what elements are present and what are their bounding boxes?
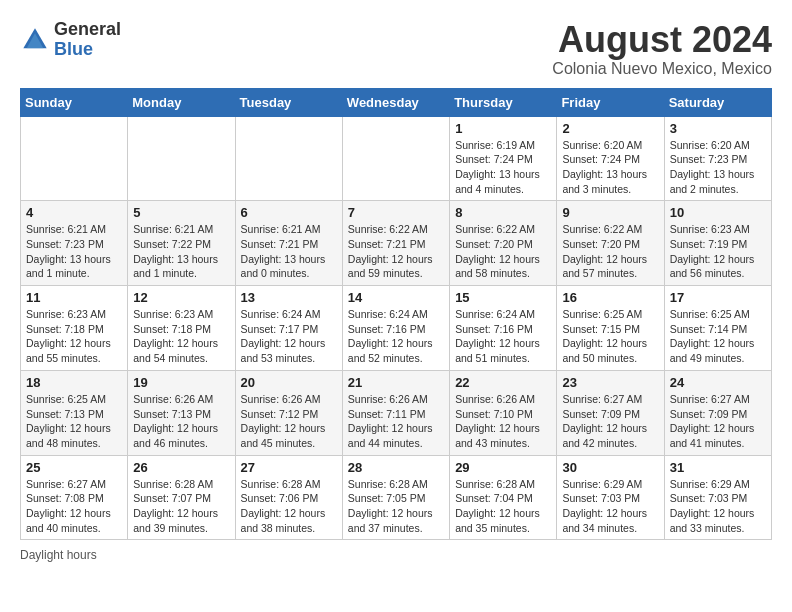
day-info: Sunrise: 6:28 AM Sunset: 7:05 PM Dayligh… (348, 477, 444, 536)
calendar-cell: 6Sunrise: 6:21 AM Sunset: 7:21 PM Daylig… (235, 201, 342, 286)
day-info: Sunrise: 6:21 AM Sunset: 7:23 PM Dayligh… (26, 222, 122, 281)
day-number: 17 (670, 290, 766, 305)
day-number: 10 (670, 205, 766, 220)
day-info: Sunrise: 6:23 AM Sunset: 7:19 PM Dayligh… (670, 222, 766, 281)
day-info: Sunrise: 6:25 AM Sunset: 7:14 PM Dayligh… (670, 307, 766, 366)
day-info: Sunrise: 6:27 AM Sunset: 7:09 PM Dayligh… (562, 392, 658, 451)
day-info: Sunrise: 6:27 AM Sunset: 7:09 PM Dayligh… (670, 392, 766, 451)
day-of-week-header: Wednesday (342, 88, 449, 116)
logo-general: General (54, 19, 121, 39)
day-info: Sunrise: 6:25 AM Sunset: 7:15 PM Dayligh… (562, 307, 658, 366)
logo-text: General Blue (54, 20, 121, 60)
day-info: Sunrise: 6:20 AM Sunset: 7:23 PM Dayligh… (670, 138, 766, 197)
day-number: 12 (133, 290, 229, 305)
calendar-cell (342, 116, 449, 201)
day-number: 23 (562, 375, 658, 390)
calendar-cell: 19Sunrise: 6:26 AM Sunset: 7:13 PM Dayli… (128, 370, 235, 455)
calendar-cell (235, 116, 342, 201)
day-number: 25 (26, 460, 122, 475)
day-of-week-header: Saturday (664, 88, 771, 116)
day-number: 27 (241, 460, 337, 475)
day-number: 6 (241, 205, 337, 220)
day-of-week-header: Sunday (21, 88, 128, 116)
day-number: 9 (562, 205, 658, 220)
calendar-cell: 4Sunrise: 6:21 AM Sunset: 7:23 PM Daylig… (21, 201, 128, 286)
calendar-cell (21, 116, 128, 201)
day-number: 24 (670, 375, 766, 390)
day-number: 4 (26, 205, 122, 220)
day-number: 30 (562, 460, 658, 475)
day-info: Sunrise: 6:28 AM Sunset: 7:07 PM Dayligh… (133, 477, 229, 536)
calendar-cell: 29Sunrise: 6:28 AM Sunset: 7:04 PM Dayli… (450, 455, 557, 540)
calendar-cell: 7Sunrise: 6:22 AM Sunset: 7:21 PM Daylig… (342, 201, 449, 286)
day-info: Sunrise: 6:26 AM Sunset: 7:13 PM Dayligh… (133, 392, 229, 451)
logo-blue: Blue (54, 39, 93, 59)
day-number: 18 (26, 375, 122, 390)
calendar-cell: 10Sunrise: 6:23 AM Sunset: 7:19 PM Dayli… (664, 201, 771, 286)
day-info: Sunrise: 6:29 AM Sunset: 7:03 PM Dayligh… (670, 477, 766, 536)
day-number: 16 (562, 290, 658, 305)
calendar-cell: 30Sunrise: 6:29 AM Sunset: 7:03 PM Dayli… (557, 455, 664, 540)
day-info: Sunrise: 6:21 AM Sunset: 7:22 PM Dayligh… (133, 222, 229, 281)
calendar-cell: 17Sunrise: 6:25 AM Sunset: 7:14 PM Dayli… (664, 286, 771, 371)
day-info: Sunrise: 6:24 AM Sunset: 7:16 PM Dayligh… (455, 307, 551, 366)
day-number: 7 (348, 205, 444, 220)
calendar-week-row: 18Sunrise: 6:25 AM Sunset: 7:13 PM Dayli… (21, 370, 772, 455)
day-number: 19 (133, 375, 229, 390)
month-year: August 2024 (552, 20, 772, 60)
calendar-cell: 23Sunrise: 6:27 AM Sunset: 7:09 PM Dayli… (557, 370, 664, 455)
calendar-cell (128, 116, 235, 201)
daylight-label: Daylight hours (20, 548, 97, 562)
calendar-cell: 12Sunrise: 6:23 AM Sunset: 7:18 PM Dayli… (128, 286, 235, 371)
day-info: Sunrise: 6:24 AM Sunset: 7:16 PM Dayligh… (348, 307, 444, 366)
calendar-week-row: 25Sunrise: 6:27 AM Sunset: 7:08 PM Dayli… (21, 455, 772, 540)
day-number: 29 (455, 460, 551, 475)
day-number: 13 (241, 290, 337, 305)
day-number: 28 (348, 460, 444, 475)
day-number: 22 (455, 375, 551, 390)
day-of-week-header: Thursday (450, 88, 557, 116)
day-info: Sunrise: 6:26 AM Sunset: 7:11 PM Dayligh… (348, 392, 444, 451)
page-header: General Blue August 2024 Colonia Nuevo M… (20, 20, 772, 78)
title-section: August 2024 Colonia Nuevo Mexico, Mexico (552, 20, 772, 78)
calendar-cell: 26Sunrise: 6:28 AM Sunset: 7:07 PM Dayli… (128, 455, 235, 540)
calendar-cell: 28Sunrise: 6:28 AM Sunset: 7:05 PM Dayli… (342, 455, 449, 540)
day-number: 20 (241, 375, 337, 390)
logo: General Blue (20, 20, 121, 60)
calendar-week-row: 11Sunrise: 6:23 AM Sunset: 7:18 PM Dayli… (21, 286, 772, 371)
calendar-cell: 5Sunrise: 6:21 AM Sunset: 7:22 PM Daylig… (128, 201, 235, 286)
calendar-cell: 16Sunrise: 6:25 AM Sunset: 7:15 PM Dayli… (557, 286, 664, 371)
logo-icon (20, 25, 50, 55)
calendar-cell: 15Sunrise: 6:24 AM Sunset: 7:16 PM Dayli… (450, 286, 557, 371)
day-number: 1 (455, 121, 551, 136)
day-info: Sunrise: 6:29 AM Sunset: 7:03 PM Dayligh… (562, 477, 658, 536)
calendar-week-row: 4Sunrise: 6:21 AM Sunset: 7:23 PM Daylig… (21, 201, 772, 286)
calendar-cell: 20Sunrise: 6:26 AM Sunset: 7:12 PM Dayli… (235, 370, 342, 455)
day-info: Sunrise: 6:22 AM Sunset: 7:20 PM Dayligh… (562, 222, 658, 281)
day-number: 8 (455, 205, 551, 220)
calendar-cell: 14Sunrise: 6:24 AM Sunset: 7:16 PM Dayli… (342, 286, 449, 371)
day-info: Sunrise: 6:24 AM Sunset: 7:17 PM Dayligh… (241, 307, 337, 366)
calendar-cell: 2Sunrise: 6:20 AM Sunset: 7:24 PM Daylig… (557, 116, 664, 201)
day-info: Sunrise: 6:20 AM Sunset: 7:24 PM Dayligh… (562, 138, 658, 197)
calendar-cell: 27Sunrise: 6:28 AM Sunset: 7:06 PM Dayli… (235, 455, 342, 540)
location: Colonia Nuevo Mexico, Mexico (552, 60, 772, 78)
calendar-cell: 1Sunrise: 6:19 AM Sunset: 7:24 PM Daylig… (450, 116, 557, 201)
calendar-cell: 24Sunrise: 6:27 AM Sunset: 7:09 PM Dayli… (664, 370, 771, 455)
calendar-cell: 21Sunrise: 6:26 AM Sunset: 7:11 PM Dayli… (342, 370, 449, 455)
calendar-cell: 8Sunrise: 6:22 AM Sunset: 7:20 PM Daylig… (450, 201, 557, 286)
day-info: Sunrise: 6:26 AM Sunset: 7:10 PM Dayligh… (455, 392, 551, 451)
calendar-cell: 3Sunrise: 6:20 AM Sunset: 7:23 PM Daylig… (664, 116, 771, 201)
day-number: 15 (455, 290, 551, 305)
day-info: Sunrise: 6:19 AM Sunset: 7:24 PM Dayligh… (455, 138, 551, 197)
day-info: Sunrise: 6:22 AM Sunset: 7:20 PM Dayligh… (455, 222, 551, 281)
day-info: Sunrise: 6:27 AM Sunset: 7:08 PM Dayligh… (26, 477, 122, 536)
calendar-week-row: 1Sunrise: 6:19 AM Sunset: 7:24 PM Daylig… (21, 116, 772, 201)
calendar-cell: 31Sunrise: 6:29 AM Sunset: 7:03 PM Dayli… (664, 455, 771, 540)
calendar-cell: 9Sunrise: 6:22 AM Sunset: 7:20 PM Daylig… (557, 201, 664, 286)
day-number: 11 (26, 290, 122, 305)
day-number: 31 (670, 460, 766, 475)
day-info: Sunrise: 6:22 AM Sunset: 7:21 PM Dayligh… (348, 222, 444, 281)
day-info: Sunrise: 6:26 AM Sunset: 7:12 PM Dayligh… (241, 392, 337, 451)
day-number: 14 (348, 290, 444, 305)
